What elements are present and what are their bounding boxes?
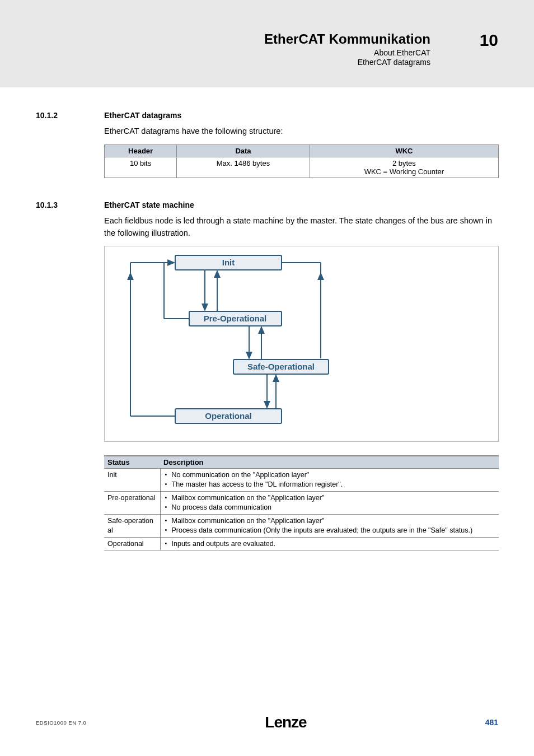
list-item: No process data communication — [164, 503, 496, 512]
status-table: Status Description Init No communication… — [104, 455, 499, 550]
section-number: 10.1.3 — [36, 200, 104, 209]
list-item: The master has access to the "DL informa… — [164, 480, 496, 489]
state-init: Init — [222, 258, 235, 267]
table-row: Pre-operational Mailbox communication on… — [104, 492, 499, 515]
table-row: Operational Inputs and outputs are evalu… — [104, 537, 499, 550]
datagram-table: Header Data WKC 10 bits Max. 1486 bytes … — [104, 144, 499, 178]
table-header-description: Description — [160, 456, 499, 469]
section-title: EtherCAT datagrams — [104, 111, 181, 120]
chapter-number: 10 — [480, 31, 498, 50]
table-cell: 10 bits — [105, 157, 177, 178]
doc-title: EtherCAT Kommunikation — [264, 31, 430, 47]
table-cell: 2 bytes WKC = Working Counter — [310, 157, 498, 178]
page-footer: EDSIO1000 EN 7.0 Lenze 481 — [0, 713, 534, 731]
status-cell: Init — [104, 469, 160, 492]
table-cell: Max. 1486 bytes — [177, 157, 310, 178]
state-machine-diagram: Init Pre-Operational Safe-Operational Op… — [104, 246, 499, 442]
section-title: EtherCAT state machine — [104, 200, 194, 209]
section-intro-text: Each fieldbus node is led through a stat… — [104, 215, 498, 240]
section-intro-text: EtherCAT datagrams have the following st… — [104, 125, 498, 138]
description-cell: Mailbox communication on the "Applicatio… — [160, 492, 499, 515]
description-cell: Mailbox communication on the "Applicatio… — [160, 514, 499, 537]
page-number: 481 — [485, 718, 498, 727]
status-cell: Safe-operational — [104, 514, 160, 537]
state-operational: Operational — [205, 411, 251, 421]
description-cell: No communication on the "Application lay… — [160, 469, 499, 492]
list-item: Process data communication (Only the inp… — [164, 526, 496, 535]
table-row: Safe-operational Mailbox communication o… — [104, 514, 499, 537]
list-item: No communication on the "Application lay… — [164, 470, 496, 480]
section-number: 10.1.2 — [36, 111, 104, 120]
status-cell: Operational — [104, 537, 160, 550]
status-cell: Pre-operational — [104, 492, 160, 515]
footer-doc-id: EDSIO1000 EN 7.0 — [36, 720, 86, 726]
state-safe-op: Safe-Operational — [247, 362, 315, 371]
section-heading-10-1-2: 10.1.2 EtherCAT datagrams — [36, 111, 498, 120]
list-item: Mailbox communication on the "Applicatio… — [164, 493, 496, 503]
list-item: Mailbox communication on the "Applicatio… — [164, 516, 496, 526]
table-header-status: Status — [104, 456, 160, 469]
table-header: Data — [177, 144, 310, 157]
table-header: WKC — [310, 144, 498, 157]
section-heading-10-1-3: 10.1.3 EtherCAT state machine — [36, 200, 498, 209]
table-row: Init No communication on the "Applicatio… — [104, 469, 499, 492]
state-machine-svg: Init Pre-Operational Safe-Operational Op… — [108, 253, 354, 432]
lenze-logo: Lenze — [265, 713, 306, 731]
state-pre-op: Pre-Operational — [204, 314, 267, 323]
page-header-band: EtherCAT Kommunikation About EtherCAT Et… — [0, 0, 534, 87]
description-cell: Inputs and outputs are evaluated. — [160, 537, 499, 550]
list-item: Inputs and outputs are evaluated. — [164, 539, 496, 549]
table-header: Header — [105, 144, 177, 157]
doc-subsubtitle: EtherCAT datagrams — [264, 58, 430, 67]
doc-subtitle: About EtherCAT — [264, 48, 430, 57]
